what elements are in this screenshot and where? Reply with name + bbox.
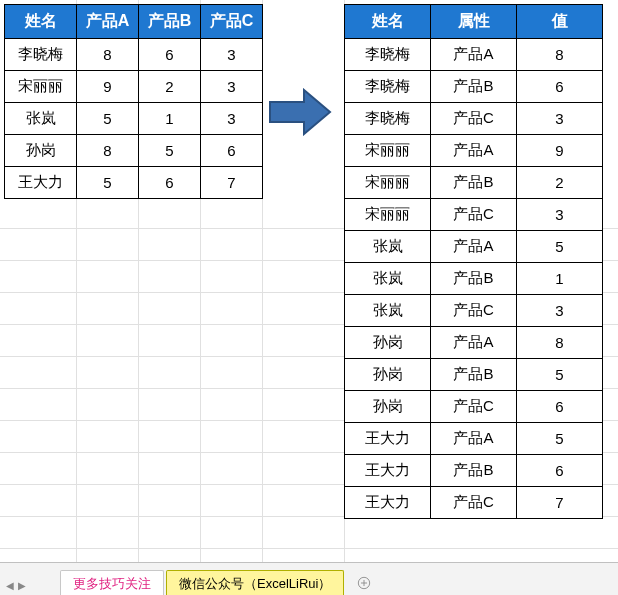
table-row[interactable]: 王大力产品C7 [345,487,603,519]
cell[interactable]: 3 [201,103,263,135]
table-row[interactable]: 王大力产品B6 [345,455,603,487]
cell[interactable]: 产品C [431,295,517,327]
cell[interactable]: 王大力 [345,455,431,487]
cell[interactable]: 9 [77,71,139,103]
cell[interactable]: 5 [517,423,603,455]
table-row[interactable]: 宋丽丽923 [5,71,263,103]
col-header-a[interactable]: 产品A [77,5,139,39]
table-row[interactable]: 张岚513 [5,103,263,135]
table-row[interactable]: 李晓梅863 [5,39,263,71]
cell[interactable]: 宋丽丽 [345,135,431,167]
cell[interactable]: 产品B [431,455,517,487]
cell[interactable]: 张岚 [5,103,77,135]
right-arrow-icon[interactable] [268,88,332,136]
table-row[interactable]: 孙岗856 [5,135,263,167]
cell[interactable]: 产品A [431,231,517,263]
table-row[interactable]: 李晓梅产品B6 [345,71,603,103]
cell[interactable]: 7 [201,167,263,199]
sheet-tab-tips[interactable]: 更多技巧关注 [60,570,164,595]
cell[interactable]: 宋丽丽 [345,167,431,199]
cell[interactable]: 3 [201,39,263,71]
cell[interactable]: 产品C [431,103,517,135]
cell[interactable]: 1 [139,103,201,135]
table-row[interactable]: 李晓梅产品C3 [345,103,603,135]
cell[interactable]: 6 [139,167,201,199]
cell[interactable]: 5 [77,103,139,135]
cell[interactable]: 3 [201,71,263,103]
cell[interactable]: 王大力 [5,167,77,199]
cell[interactable]: 6 [517,391,603,423]
new-sheet-button[interactable] [352,571,376,595]
tab-scroll-next-icon[interactable]: ▶ [18,580,26,591]
cell[interactable]: 3 [517,295,603,327]
cell[interactable]: 产品C [431,487,517,519]
table-row[interactable]: 王大力产品A5 [345,423,603,455]
cell[interactable]: 产品B [431,167,517,199]
cell[interactable]: 9 [517,135,603,167]
cell[interactable]: 张岚 [345,263,431,295]
cell[interactable]: 5 [517,359,603,391]
cell[interactable]: 6 [139,39,201,71]
table-row[interactable]: 孙岗产品C6 [345,391,603,423]
cell[interactable]: 8 [77,39,139,71]
cell[interactable]: 张岚 [345,231,431,263]
cell[interactable]: 孙岗 [345,327,431,359]
table-row[interactable]: 张岚产品B1 [345,263,603,295]
cell[interactable]: 李晓梅 [345,103,431,135]
table-row[interactable]: 张岚产品A5 [345,231,603,263]
table-row[interactable]: 宋丽丽产品C3 [345,199,603,231]
cell[interactable]: 5 [139,135,201,167]
col-header-val[interactable]: 值 [517,5,603,39]
cell[interactable]: 宋丽丽 [5,71,77,103]
cell[interactable]: 3 [517,103,603,135]
source-wide-table[interactable]: 姓名 产品A 产品B 产品C 李晓梅863 宋丽丽923 张岚513 孙岗856… [4,4,263,199]
worksheet-area[interactable]: 姓名 产品A 产品B 产品C 李晓梅863 宋丽丽923 张岚513 孙岗856… [0,0,618,562]
cell[interactable]: 张岚 [345,295,431,327]
cell[interactable]: 产品A [431,135,517,167]
col-header-name[interactable]: 姓名 [5,5,77,39]
col-header-b[interactable]: 产品B [139,5,201,39]
cell[interactable]: 6 [201,135,263,167]
col-header-c[interactable]: 产品C [201,5,263,39]
cell[interactable]: 产品A [431,423,517,455]
cell[interactable]: 孙岗 [5,135,77,167]
cell[interactable]: 8 [517,327,603,359]
cell[interactable]: 2 [517,167,603,199]
cell[interactable]: 5 [517,231,603,263]
table-row[interactable]: 宋丽丽产品A9 [345,135,603,167]
table-row[interactable]: 张岚产品C3 [345,295,603,327]
col-header-attr[interactable]: 属性 [431,5,517,39]
cell[interactable]: 产品B [431,263,517,295]
cell[interactable]: 1 [517,263,603,295]
cell[interactable]: 8 [517,39,603,71]
cell[interactable]: 王大力 [345,423,431,455]
cell[interactable]: 李晓梅 [345,39,431,71]
cell[interactable]: 李晓梅 [345,71,431,103]
cell[interactable]: 产品A [431,327,517,359]
cell[interactable]: 产品B [431,359,517,391]
table-row[interactable]: 宋丽丽产品B2 [345,167,603,199]
cell[interactable]: 8 [77,135,139,167]
cell[interactable]: 3 [517,199,603,231]
cell[interactable]: 产品C [431,199,517,231]
cell[interactable]: 产品B [431,71,517,103]
result-long-table[interactable]: 姓名 属性 值 李晓梅产品A8 李晓梅产品B6 李晓梅产品C3 宋丽丽产品A9 … [344,4,603,519]
col-header-name[interactable]: 姓名 [345,5,431,39]
sheet-tab-active[interactable]: 微信公众号（ExcelLiRui） [166,570,344,595]
cell[interactable]: 产品A [431,39,517,71]
tab-scroll-prev-icon[interactable]: ◀ [6,580,14,591]
cell[interactable]: 5 [77,167,139,199]
cell[interactable]: 2 [139,71,201,103]
cell[interactable]: 孙岗 [345,359,431,391]
cell[interactable]: 王大力 [345,487,431,519]
table-row[interactable]: 孙岗产品B5 [345,359,603,391]
table-row[interactable]: 王大力567 [5,167,263,199]
cell[interactable]: 孙岗 [345,391,431,423]
cell[interactable]: 6 [517,71,603,103]
table-row[interactable]: 李晓梅产品A8 [345,39,603,71]
cell[interactable]: 7 [517,487,603,519]
cell[interactable]: 宋丽丽 [345,199,431,231]
cell[interactable]: 李晓梅 [5,39,77,71]
cell[interactable]: 产品C [431,391,517,423]
cell[interactable]: 6 [517,455,603,487]
